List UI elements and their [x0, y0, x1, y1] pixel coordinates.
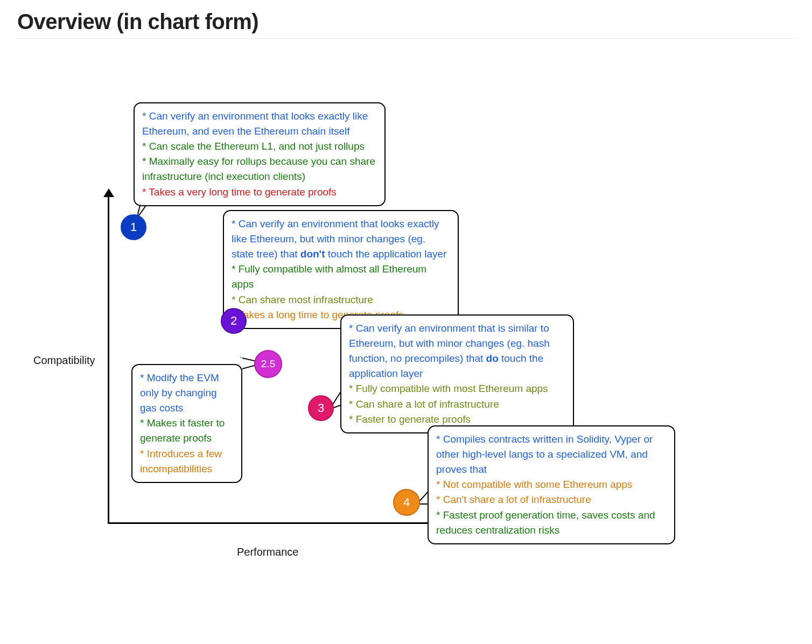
- callout-1-line-2: * Maximally easy for rollups because you…: [142, 154, 377, 184]
- axis-y-arrow-icon: [103, 188, 114, 197]
- title-rule: [17, 38, 795, 39]
- callout-2-line-0: * Can verify an environment that looks e…: [232, 216, 450, 262]
- callout-type-4: * Compiles contracts written in Solidity…: [428, 425, 675, 544]
- callout-2-line-2: * Can share most infrastructure: [232, 292, 450, 307]
- callout-25-line-1: * Makes it faster to generate proofs: [140, 416, 234, 446]
- node-type-1: 1: [121, 214, 146, 240]
- callout-1-line-0: * Can verify an environment that looks e…: [142, 109, 377, 139]
- axis-x: [108, 522, 436, 524]
- callout-25-line-2: * Introduces a few incompatibilities: [140, 446, 234, 477]
- axis-y: [108, 195, 109, 523]
- node-type-2-5: 2.5: [254, 350, 282, 378]
- callout-3-line-0: * Can verify an environment that is simi…: [349, 321, 565, 381]
- axis-y-label: Compatibility: [33, 354, 95, 367]
- page-title: Overview (in chart form): [17, 10, 795, 34]
- callout-3-line-2: * Can share a lot of infrastructure: [349, 397, 565, 412]
- callout-3-line-1: * Fully compatible with most Ethereum ap…: [349, 381, 565, 396]
- axis-x-label: Performance: [237, 546, 299, 558]
- node-type-4: 4: [393, 489, 420, 516]
- callout-4-line-2: * Can't share a lot of infrastructure: [436, 492, 667, 507]
- callout-type-3: * Can verify an environment that is simi…: [340, 314, 574, 433]
- callout-type-2: * Can verify an environment that looks e…: [223, 210, 459, 329]
- callout-1-line-1: * Can scale the Ethereum L1, and not jus…: [142, 139, 377, 154]
- callout-25-line-0: * Modify the EVM only by changing gas co…: [140, 370, 234, 416]
- callout-3-line-3: * Faster to generate proofs: [349, 412, 565, 427]
- callout-type-2-5: * Modify the EVM only by changing gas co…: [131, 364, 242, 483]
- node-type-3: 3: [308, 395, 334, 421]
- node-type-2: 2: [221, 308, 247, 334]
- callout-2-line-1: * Fully compatible with almost all Ether…: [232, 262, 450, 292]
- callout-type-1: * Can verify an environment that looks e…: [134, 102, 386, 206]
- chart-area: Compatibility Performance * Can verify a…: [17, 44, 795, 615]
- callout-4-line-0: * Compiles contracts written in Solidity…: [436, 432, 667, 477]
- callout-4-line-3: * Fastest proof generation time, saves c…: [436, 508, 667, 538]
- callout-1-line-3: * Takes a very long time to generate pro…: [142, 185, 377, 200]
- callout-4-line-1: * Not compatible with some Ethereum apps: [436, 477, 667, 492]
